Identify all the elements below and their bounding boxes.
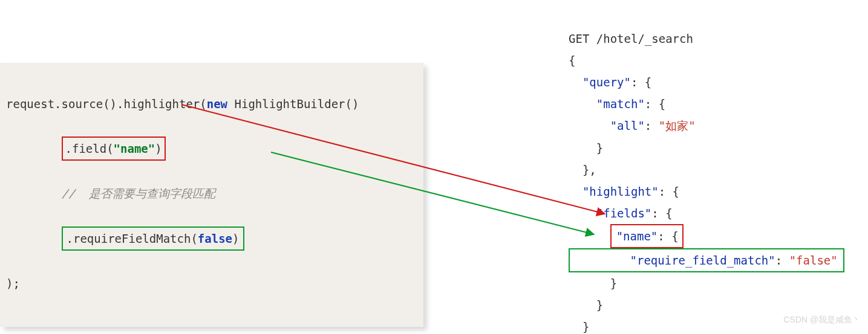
json-key-match: "match": [596, 97, 645, 111]
brace: }: [582, 320, 589, 333]
json-key-require-field-match: "require_field_match": [630, 254, 775, 267]
punct: : {: [651, 207, 672, 220]
json-request-block: GET /hotel/_search { "query": { "match":…: [569, 6, 865, 334]
json-key-query: "query": [582, 75, 631, 89]
punct: : {: [631, 75, 651, 89]
punct: : {: [645, 97, 665, 111]
code-text: .requireFieldMatch(: [67, 232, 198, 245]
string-literal-name: "name": [114, 142, 155, 155]
field-call-highlight: .field("name"): [62, 136, 166, 161]
keyword-false: false: [198, 232, 232, 245]
keyword-new: new: [207, 97, 227, 111]
require-field-match-call-highlight: .requireFieldMatch(false): [62, 226, 244, 251]
code-text: );: [6, 277, 20, 290]
json-key-fields: "fields": [596, 207, 652, 220]
code-text: ): [232, 232, 239, 245]
code-text: request.source().highlighter(: [6, 97, 207, 111]
json-key-name: "name": [616, 230, 658, 243]
brace: {: [569, 54, 575, 67]
punct: : {: [659, 185, 679, 198]
json-key-all: "all": [610, 119, 645, 132]
brace: }: [596, 141, 603, 155]
punct: :: [645, 119, 659, 132]
java-code-block: request.source().highlighter(new Highlig…: [0, 63, 423, 327]
code-text: ): [155, 142, 162, 155]
watermark-text: CSDN @我是咸鱼丶: [783, 312, 861, 328]
code-text: HighlightBuilder(): [227, 97, 359, 111]
json-value-false: "false": [789, 254, 838, 267]
punct: : {: [658, 230, 678, 243]
json-value-all: "如家": [659, 119, 696, 132]
code-text: .field(: [65, 142, 114, 155]
http-request-line: GET /hotel/_search: [569, 32, 693, 45]
code-comment: // 是否需要与查询字段匹配: [62, 187, 216, 200]
brace-comma: },: [582, 163, 596, 176]
punct: :: [775, 254, 789, 267]
json-key-highlight: "highlight": [582, 185, 659, 198]
json-name-highlight: "name": {: [610, 224, 684, 248]
brace: }: [610, 277, 617, 290]
brace: }: [596, 298, 603, 312]
json-rfm-highlight: "require_field_match": "false": [569, 248, 844, 272]
